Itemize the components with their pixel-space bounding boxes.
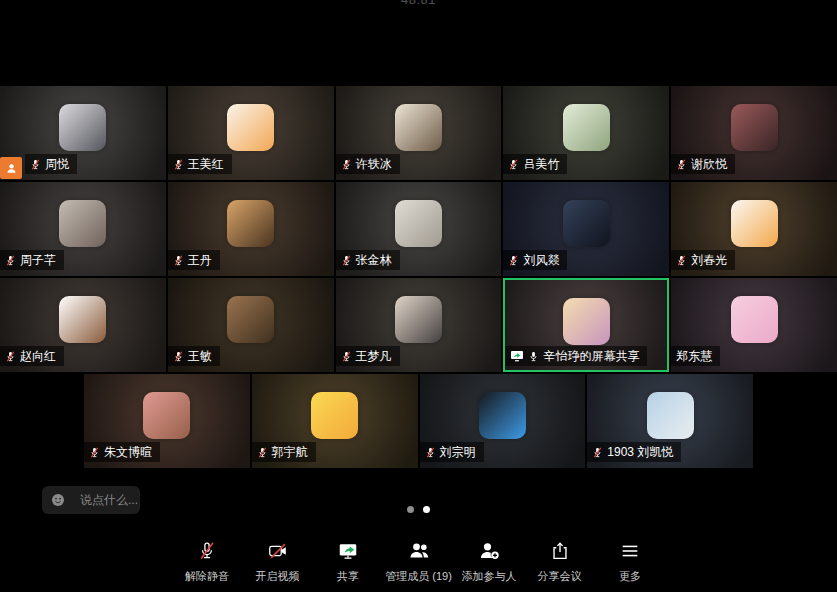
avatar — [731, 200, 778, 247]
avatar — [227, 200, 274, 247]
toolbar-button-mic-muted[interactable]: 解除静音 — [172, 540, 243, 584]
participant-tile[interactable]: 王丹 — [168, 182, 334, 276]
avatar — [395, 200, 442, 247]
participant-tile[interactable]: 刘宗明 — [420, 374, 586, 468]
mic-muted-icon — [425, 446, 436, 459]
share-meeting-icon — [549, 540, 571, 562]
participant-tile[interactable]: 王梦凡 — [336, 278, 502, 372]
pagination-dot[interactable] — [423, 506, 430, 513]
avatar — [731, 104, 778, 151]
participant-tile[interactable]: 周子芊 — [0, 182, 166, 276]
participant-tile[interactable]: 1903 刘凯悦 — [587, 374, 753, 468]
participant-name: 王梦凡 — [356, 348, 392, 365]
avatar — [227, 104, 274, 151]
participant-name: 王美红 — [188, 156, 224, 173]
toolbar-button-label: 添加参与人 — [462, 569, 517, 584]
bottom-toolbar: 解除静音开启视频共享管理成员 (19)添加参与人分享会议更多 — [0, 531, 837, 592]
participant-name: 吕美竹 — [523, 156, 559, 173]
participant-name: 1903 刘凯悦 — [607, 444, 673, 461]
participant-name-label: 赵向红 — [0, 346, 64, 366]
participant-name-label: 张金林 — [336, 250, 400, 270]
screen-share-tile[interactable]: 辛怡琤的屏幕共享 — [503, 278, 669, 372]
participant-name: 郭宇航 — [272, 444, 308, 461]
clipped-top-text: 48.81 — [401, 0, 436, 7]
mic-muted-icon — [592, 446, 603, 459]
participant-name-label: 周子芊 — [0, 250, 64, 270]
members-icon — [407, 540, 431, 562]
participant-name-label: 许轶冰 — [336, 154, 400, 174]
toolbar-button-label: 分享会议 — [538, 569, 582, 584]
toolbar-button-share-meeting[interactable]: 分享会议 — [524, 540, 595, 584]
toolbar-button-camera-off[interactable]: 开启视频 — [242, 540, 313, 584]
participant-tile[interactable]: 周悦 — [0, 86, 166, 180]
avatar — [563, 200, 610, 247]
participant-name: 刘风燚 — [523, 252, 559, 269]
participant-name-label: 1903 刘凯悦 — [587, 442, 681, 462]
person-add-icon — [477, 540, 501, 562]
avatar — [227, 296, 274, 343]
participant-name: 许轶冰 — [356, 156, 392, 173]
participant-tile[interactable]: 张金林 — [336, 182, 502, 276]
mic-muted-icon — [257, 446, 268, 459]
mic-muted-icon — [30, 158, 41, 171]
avatar — [311, 392, 358, 439]
avatar — [647, 392, 694, 439]
avatar — [731, 296, 778, 343]
participant-name: 周子芊 — [20, 252, 56, 269]
participant-name: 朱文博暄 — [104, 444, 152, 461]
toolbar-button-screen-share[interactable]: 共享 — [313, 540, 384, 584]
participant-name: 周悦 — [45, 156, 69, 173]
mic-muted-icon — [508, 158, 519, 171]
screen-share-icon — [337, 540, 359, 562]
participant-tile[interactable]: 刘风燚 — [503, 182, 669, 276]
participant-tile[interactable]: 许轶冰 — [336, 86, 502, 180]
participant-tile[interactable]: 郑东慧 — [671, 278, 837, 372]
mic-muted-icon — [341, 158, 352, 171]
participant-tile[interactable]: 赵向红 — [0, 278, 166, 372]
mic-muted-icon — [341, 350, 352, 363]
meeting-window: 48.81 周悦王美红许轶冰吕美竹谢欣悦周子芊王丹张金林刘风燚刘春光赵向红王敏王… — [0, 0, 837, 592]
participant-name: 辛怡琤的屏幕共享 — [543, 348, 639, 365]
participant-name: 张金林 — [356, 252, 392, 269]
participant-name: 刘春光 — [691, 252, 727, 269]
avatar — [59, 296, 106, 343]
grid-row: 朱文博暄郭宇航刘宗明1903 刘凯悦 — [0, 374, 837, 468]
participant-tile[interactable]: 郭宇航 — [252, 374, 418, 468]
avatar — [479, 392, 526, 439]
participant-name: 谢欣悦 — [691, 156, 727, 173]
participant-tile[interactable]: 刘春光 — [671, 182, 837, 276]
participant-tile[interactable]: 王敏 — [168, 278, 334, 372]
toolbar-button-label: 解除静音 — [185, 569, 229, 584]
participant-name-label: 辛怡琤的屏幕共享 — [505, 346, 647, 366]
mic-muted-icon — [341, 254, 352, 267]
participant-name: 赵向红 — [20, 348, 56, 365]
toolbar-button-members[interactable]: 管理成员 (19) — [383, 540, 454, 584]
participant-tile[interactable]: 王美红 — [168, 86, 334, 180]
mic-muted-icon — [5, 254, 16, 267]
participant-name-label: 王梦凡 — [336, 346, 400, 366]
avatar — [59, 200, 106, 247]
toolbar-button-person-add[interactable]: 添加参与人 — [454, 540, 525, 584]
participant-name: 王敏 — [188, 348, 212, 365]
participant-name-label: 吕美竹 — [503, 154, 567, 174]
toolbar-button-label: 管理成员 (19) — [385, 569, 452, 584]
avatar — [563, 298, 610, 345]
mic-muted-icon — [676, 254, 687, 267]
pagination-dots — [0, 506, 837, 513]
mic-muted-icon — [5, 350, 16, 363]
participant-name-label: 朱文博暄 — [84, 442, 160, 462]
avatar — [59, 104, 106, 151]
pagination-dot[interactable] — [407, 506, 414, 513]
screen-share-icon — [510, 350, 524, 362]
avatar — [395, 296, 442, 343]
toolbar-button-more[interactable]: 更多 — [595, 540, 666, 584]
mic-on-icon — [528, 350, 539, 363]
host-badge-icon — [0, 157, 22, 179]
grid-row: 赵向红王敏王梦凡辛怡琤的屏幕共享郑东慧 — [0, 278, 837, 372]
mic-muted-icon — [173, 350, 184, 363]
participant-name-label: 王丹 — [168, 250, 220, 270]
participant-tile[interactable]: 朱文博暄 — [84, 374, 250, 468]
participant-tile[interactable]: 吕美竹 — [503, 86, 669, 180]
participant-tile[interactable]: 谢欣悦 — [671, 86, 837, 180]
camera-off-icon — [267, 540, 289, 562]
